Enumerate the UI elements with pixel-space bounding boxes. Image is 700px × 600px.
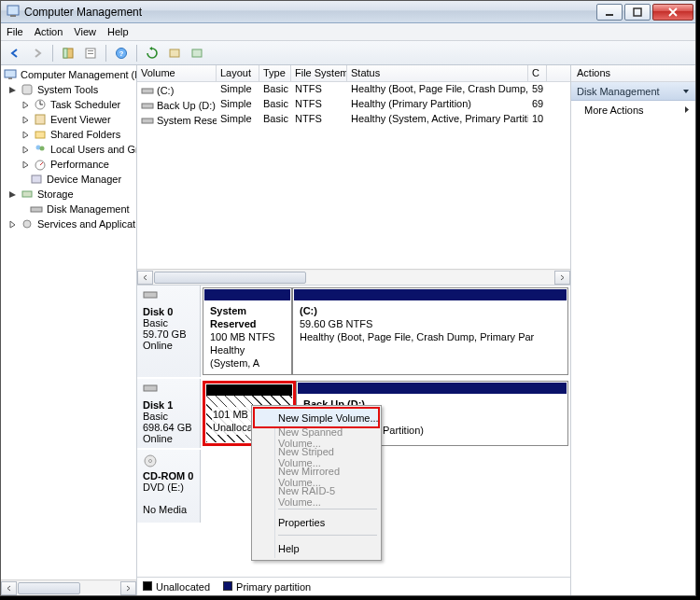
titlebar: Computer Management [1, 1, 695, 23]
ctx-properties[interactable]: Properties [254, 512, 379, 532]
volume-hscrollbar[interactable] [137, 269, 570, 285]
svg-rect-11 [170, 49, 179, 57]
legend-swatch-unallocated [143, 581, 152, 591]
svg-rect-24 [31, 207, 42, 212]
disk-info[interactable]: Disk 0 Basic 59.70 GB Online [137, 286, 201, 377]
tree-system-tools[interactable]: System Tools [1, 82, 136, 97]
show-hide-console-tree-button[interactable] [58, 43, 78, 63]
gear-icon [20, 216, 35, 231]
expand-icon[interactable] [8, 220, 17, 229]
volume-list: (C:) Simple Basic NTFS Healthy (Boot, Pa… [137, 82, 570, 269]
tree-shared-folders[interactable]: Shared Folders [1, 127, 136, 142]
menu-view[interactable]: View [74, 26, 96, 37]
svg-rect-0 [7, 6, 19, 15]
col-layout[interactable]: Layout [217, 65, 259, 81]
tree-task-scheduler[interactable]: Task Scheduler [1, 97, 136, 112]
actions-header: Actions [571, 65, 695, 82]
close-button[interactable] [652, 4, 693, 21]
help-button[interactable]: ? [111, 43, 132, 63]
partition-c[interactable]: (C:) 59.60 GB NTFS Healthy (Boot, Page F… [292, 287, 568, 375]
tree-root[interactable]: Computer Management (Local) [1, 67, 136, 82]
tree-storage[interactable]: Storage [1, 187, 136, 202]
folder-shared-icon [33, 127, 48, 142]
svg-rect-12 [192, 49, 202, 57]
menu-file[interactable]: File [7, 26, 23, 37]
scroll-left-icon[interactable] [137, 271, 153, 285]
properties-button[interactable] [80, 43, 101, 63]
ctx-new-raid5-volume: New RAID-5 Volume... [254, 486, 379, 506]
expand-icon[interactable] [21, 101, 30, 109]
cdrom-icon [143, 453, 158, 468]
scroll-right-icon[interactable] [554, 271, 570, 285]
forward-button[interactable] [27, 43, 48, 63]
gauge-icon [33, 157, 48, 172]
ctx-new-simple-volume[interactable]: New Simple Volume... [254, 408, 379, 427]
scroll-left-icon[interactable] [1, 581, 17, 595]
svg-text:?: ? [119, 49, 124, 58]
computer-icon [3, 67, 18, 82]
tree-performance[interactable]: Performance [1, 157, 136, 172]
svg-rect-2 [606, 14, 613, 16]
volume-row[interactable]: Back Up (D:) Simple Basic NTFS Healthy (… [137, 97, 570, 112]
ctx-help[interactable]: Help [254, 538, 379, 558]
col-status[interactable]: Status [347, 65, 528, 81]
drive-icon [141, 114, 154, 127]
tree-disk-management[interactable]: Disk Management [1, 202, 136, 216]
col-filesystem[interactable]: File System [291, 65, 347, 81]
partition-system-reserved[interactable]: System Reserved 100 MB NTFS Healthy (Sys… [203, 287, 292, 375]
col-volume[interactable]: Volume [137, 65, 217, 81]
drive-icon [141, 84, 154, 97]
disk-info[interactable]: Disk 1 Basic 698.64 GB Online [137, 379, 201, 448]
minimize-button[interactable] [596, 4, 623, 21]
collapse-icon[interactable] [8, 190, 17, 199]
menu-action[interactable]: Action [35, 26, 63, 37]
svg-point-32 [149, 460, 152, 463]
col-type[interactable]: Type [259, 65, 291, 81]
collapse-icon[interactable] [8, 86, 17, 94]
legend: Unallocated Primary partition [137, 577, 570, 595]
misc-button-1[interactable] [164, 43, 185, 63]
maximize-button[interactable] [624, 4, 651, 21]
window-title: Computer Management [24, 6, 142, 19]
expand-icon[interactable] [21, 160, 30, 169]
menubar: File Action View Help [1, 23, 695, 41]
svg-rect-29 [144, 292, 157, 298]
disk-icon [143, 289, 158, 304]
svg-rect-26 [142, 89, 153, 93]
toolbar: ? [1, 41, 695, 65]
back-button[interactable] [5, 43, 25, 63]
chevron-right-icon [684, 105, 690, 116]
tree-device-manager[interactable]: Device Manager [1, 172, 136, 187]
scroll-right-icon[interactable] [120, 581, 136, 595]
svg-point-25 [23, 220, 31, 228]
actions-more[interactable]: More Actions [571, 101, 695, 119]
ctx-new-striped-volume: New Striped Volume... [254, 447, 379, 467]
actions-disk-management[interactable]: Disk Management [571, 82, 695, 101]
storage-icon [20, 187, 35, 202]
context-menu: New Simple Volume... New Spanned Volume.… [251, 405, 382, 561]
volume-row[interactable]: System Reserved Simple Basic NTFS Health… [137, 112, 570, 127]
expand-icon[interactable] [21, 146, 30, 154]
volume-list-header: Volume Layout Type File System Status C [137, 65, 570, 82]
tree-services[interactable]: Services and Applications [1, 216, 136, 231]
tree-event-viewer[interactable]: Event Viewer [1, 112, 136, 127]
svg-rect-8 [88, 53, 93, 54]
refresh-button[interactable] [142, 43, 162, 63]
tree-local-users[interactable]: Local Users and Groups [1, 142, 136, 157]
misc-button-2[interactable] [187, 43, 207, 63]
disk-info[interactable]: CD-ROM 0 DVD (E:) No Media [137, 450, 201, 523]
svg-rect-30 [144, 385, 157, 391]
col-capacity[interactable]: C [528, 65, 547, 81]
tree-hscrollbar[interactable] [1, 579, 136, 595]
partition-stripe [298, 383, 567, 394]
menu-help[interactable]: Help [107, 26, 129, 37]
expand-icon[interactable] [21, 131, 30, 139]
expand-icon[interactable] [21, 116, 30, 124]
volume-row[interactable]: (C:) Simple Basic NTFS Healthy (Boot, Pa… [137, 82, 570, 97]
svg-rect-5 [63, 49, 67, 58]
disk-icon [29, 202, 44, 216]
svg-rect-27 [142, 104, 153, 108]
partition-stripe [206, 384, 292, 396]
svg-rect-14 [8, 77, 12, 79]
tree-pane: Computer Management (Local) System Tools… [1, 65, 137, 595]
